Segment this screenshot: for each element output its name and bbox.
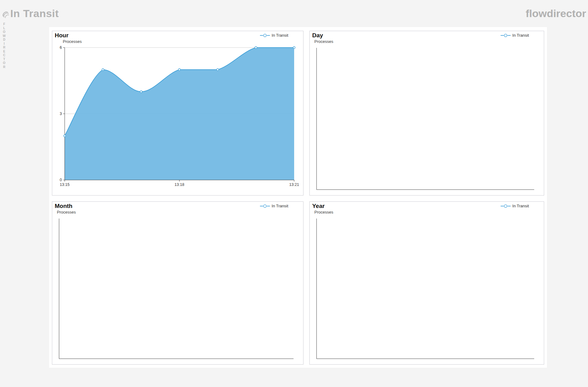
brand-logo-text: flowdirector	[525, 7, 586, 20]
svg-text:0: 0	[60, 178, 62, 182]
panel-month: Month In Transit Processes	[52, 201, 303, 365]
panel-year: Year In Transit Processes	[309, 201, 544, 365]
panel-day: Day In Transit Processes	[309, 31, 544, 196]
svg-text:13:21: 13:21	[289, 182, 299, 187]
dashboard-page: { "header": { "app_title": "In Transit",…	[0, 0, 588, 387]
month-area-chart[interactable]	[52, 202, 303, 364]
svg-text:13:15: 13:15	[60, 182, 69, 187]
charts-grid: Hour In Transit Processes 03613:1513:181…	[49, 27, 547, 368]
hour-area-chart[interactable]: 03613:1513:1813:21	[52, 31, 303, 195]
vertical-brand-text: FLOWDIRECTOR	[2, 22, 6, 69]
year-area-chart[interactable]	[310, 202, 544, 364]
flowdirector-logo-icon	[2, 11, 10, 19]
svg-text:3: 3	[60, 112, 62, 116]
page-title: In Transit	[10, 7, 59, 20]
svg-text:13:18: 13:18	[174, 182, 184, 187]
panel-hour: Hour In Transit Processes 03613:1513:181…	[52, 31, 303, 196]
svg-text:6: 6	[60, 45, 62, 50]
day-area-chart[interactable]	[310, 31, 544, 195]
